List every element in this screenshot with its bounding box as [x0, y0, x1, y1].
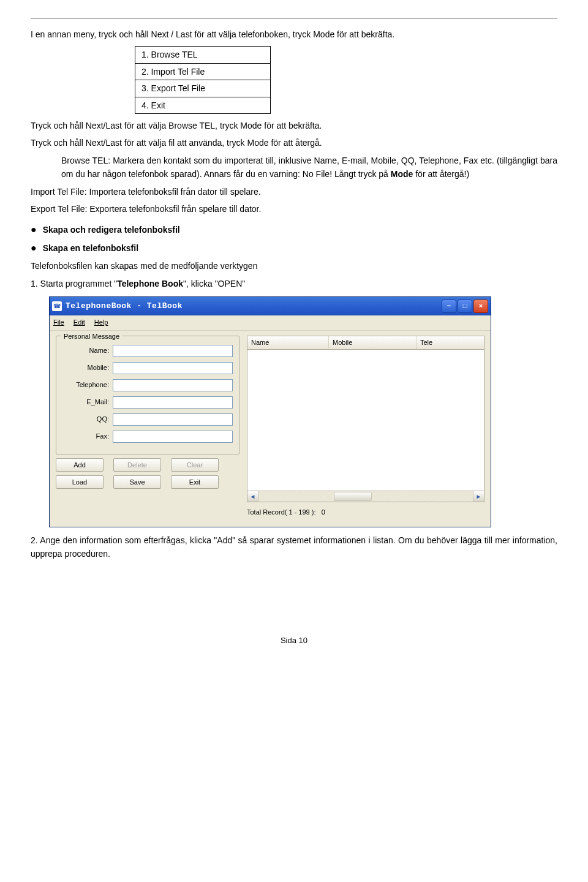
paragraph: 2. Ange den information som efterfrågas,…: [31, 533, 557, 561]
paragraph: 1. Starta programmet "Telephone Book", k…: [31, 277, 557, 290]
fax-label: Fax:: [62, 431, 109, 442]
delete-button[interactable]: Delete: [113, 458, 161, 472]
save-button[interactable]: Save: [113, 475, 161, 489]
telephone-label: Telephone:: [62, 380, 109, 391]
scroll-track[interactable]: [258, 491, 473, 502]
total-record: Total Record( 1 - 199 ): 0: [247, 507, 484, 518]
paragraph: Tryck och håll Next/Last för att välja B…: [31, 119, 557, 132]
name-field[interactable]: [113, 345, 233, 357]
bullet-item: Skapa en telefonboksfil: [31, 240, 557, 256]
mobile-field[interactable]: [113, 362, 233, 374]
page-footer: Sida 10: [31, 635, 557, 647]
bullet-item: Skapa och redigera telefonboksfil: [31, 222, 557, 238]
maximize-button[interactable]: □: [458, 300, 472, 313]
fax-field[interactable]: [113, 431, 233, 443]
horizontal-scrollbar[interactable]: ◄ ►: [247, 491, 484, 502]
menu-row: 3. Export Tel File: [135, 80, 271, 97]
scroll-thumb[interactable]: [334, 492, 372, 501]
list-body[interactable]: [247, 350, 484, 491]
menu-file[interactable]: File: [53, 318, 64, 326]
menu-edit[interactable]: Edit: [74, 318, 85, 326]
col-name[interactable]: Name: [247, 336, 329, 350]
scroll-left-icon[interactable]: ◄: [247, 491, 258, 502]
paragraph-browse-tel: Browse TEL: Markera den kontakt som du i…: [61, 154, 557, 181]
email-field[interactable]: [113, 396, 233, 409]
name-label: Name:: [62, 345, 109, 356]
options-table: 1. Browse TEL 2. Import Tel File 3. Expo…: [135, 46, 271, 114]
window-titlebar: ☎ TelephoneBook - TelBook − □ ×: [50, 297, 491, 315]
scroll-right-icon[interactable]: ►: [473, 491, 484, 502]
menu-row: 4. Exit: [135, 97, 271, 113]
load-button[interactable]: Load: [56, 475, 104, 489]
menu-row: 2. Import Tel File: [135, 63, 271, 80]
menu-help[interactable]: Help: [94, 318, 108, 326]
qq-field[interactable]: [113, 413, 233, 426]
qq-label: QQ:: [62, 414, 109, 425]
telbook-window: ☎ TelephoneBook - TelBook − □ × File Edi…: [49, 296, 491, 527]
mobile-label: Mobile:: [62, 363, 109, 374]
paragraph: Import Tel File: Importera telefonboksfi…: [31, 185, 557, 198]
window-title: TelephoneBook - TelBook: [66, 300, 440, 313]
paragraph: Telefonboksfilen kan skapas med de medfö…: [31, 259, 557, 273]
col-mobile[interactable]: Mobile: [329, 336, 417, 350]
minimize-button[interactable]: −: [442, 300, 456, 313]
telephone-field[interactable]: [113, 379, 233, 391]
add-button[interactable]: Add: [56, 458, 104, 472]
paragraph: Export Tel File: Exportera telefonboksfi…: [31, 202, 557, 216]
list-header: Name Mobile Tele: [247, 336, 484, 350]
menu-bar: File Edit Help: [50, 315, 491, 331]
clear-button[interactable]: Clear: [171, 458, 219, 472]
col-tele[interactable]: Tele: [417, 336, 484, 350]
close-button[interactable]: ×: [473, 300, 488, 313]
exit-button[interactable]: Exit: [171, 475, 219, 489]
menu-row: 1. Browse TEL: [135, 47, 271, 63]
intro-text: I en annan meny, tryck och håll Next / L…: [31, 28, 557, 41]
app-icon: ☎: [52, 301, 62, 311]
paragraph: Tryck och håll Next/Last för att välja f…: [31, 136, 557, 149]
personal-message-group: Personal Message Name: Mobile: Telephone…: [56, 336, 239, 454]
email-label: E_Mail:: [62, 397, 109, 408]
group-legend: Personal Message: [61, 331, 122, 342]
